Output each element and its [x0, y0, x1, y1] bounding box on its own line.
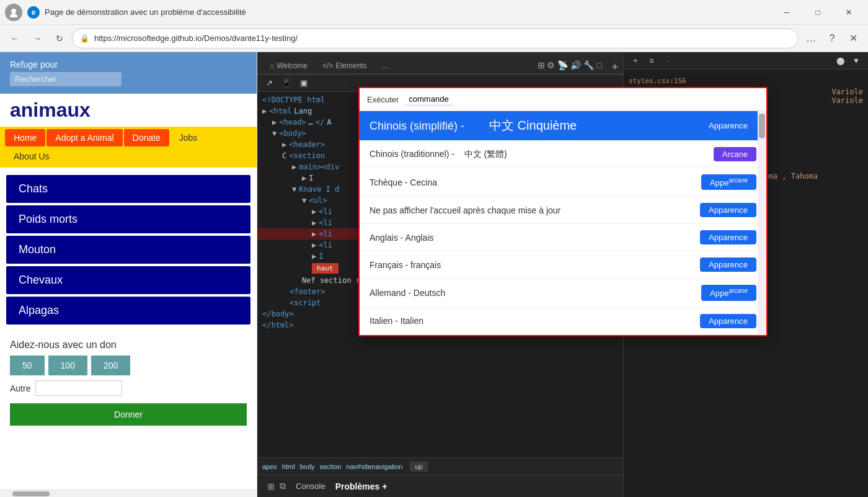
lang-btn-french[interactable]: Apparence [700, 257, 756, 272]
nav-home[interactable]: Home [5, 129, 45, 146]
donation-custom-input[interactable] [35, 380, 122, 396]
sidebar-item-chats[interactable]: Chats [6, 175, 250, 203]
execute-label: Exécuter [367, 95, 399, 104]
screen-icon: ⊞ [267, 481, 275, 491]
url-text: https://microsoftedge.github.io/Demos/dv… [94, 34, 790, 43]
close-button[interactable]: ✕ [835, 2, 863, 22]
console-left-icons: ⊞ ⧉ [267, 481, 286, 491]
help-button[interactable]: ? [822, 29, 842, 48]
maximize-button[interactable]: □ [804, 2, 832, 22]
tab-welcome[interactable]: ⌂ Welcome [262, 58, 315, 74]
sidebar-list: Chats Poids morts Mouton Chevaux Alpagas [0, 168, 257, 332]
lang-btn-english[interactable]: Apparence [700, 230, 756, 244]
copy-icon: ⧉ [280, 481, 286, 491]
nav-about[interactable]: About Us [5, 148, 58, 165]
donation-submit-button[interactable]: Donner [10, 403, 247, 426]
lang-list-scrollbar[interactable] [758, 111, 766, 335]
donation-100[interactable]: 100 [48, 356, 87, 375]
donation-section: Aidez-nous avec un don 50 100 200 Autre … [0, 332, 257, 433]
lang-btn-chinese-simplified[interactable]: Apparence [700, 119, 756, 133]
tab-elements[interactable]: </> Elements [315, 58, 374, 74]
lang-btn-italian[interactable]: Apparence [700, 314, 756, 328]
tab-console[interactable]: Console [296, 479, 326, 493]
forward-button[interactable]: → [27, 29, 47, 48]
breadcrumb-apex[interactable]: apex [262, 463, 277, 470]
close-tab-button[interactable]: ✕ [843, 29, 863, 48]
settings-button[interactable]: … [801, 29, 821, 48]
css-filter-button[interactable]: ≡ [645, 54, 658, 68]
address-bar[interactable]: 🔒 https://microsoftedge.github.io/Demos/… [72, 29, 799, 48]
nav-adopt[interactable]: Adopt a Animal [46, 129, 122, 146]
webpage-h-scrollbar[interactable] [0, 490, 257, 497]
nav-bar: ← → ↻ 🔒 https://microsoftedge.github.io/… [0, 25, 868, 52]
css-expand-button[interactable]: ⬤ [833, 54, 847, 68]
webpage-content: Refuge pour animaux Home Adopt a Animal … [0, 52, 257, 490]
webpage-nav: Home Adopt a Animal Donate Jobs About Us [0, 127, 257, 168]
lang-item-french[interactable]: Français - français Apparence [360, 251, 766, 279]
home-icon: ⌂ [270, 61, 274, 70]
lang-list: Chinois (simplifié) - 中文 Cinquième Appar… [360, 111, 766, 335]
sidebar-item-poids[interactable]: Poids morts [6, 205, 250, 233]
lang-btn-no-welcome[interactable]: Apparence [700, 203, 756, 217]
svg-point-1 [10, 14, 17, 17]
elements-icon: </> [322, 61, 333, 70]
title-bar: e Page de démonstration avec un problème… [0, 0, 868, 25]
user-avatar [5, 4, 22, 21]
browser-icon: e [27, 6, 40, 19]
lang-item-czech[interactable]: Tchèque - Cecina Appearcane [360, 168, 766, 197]
donation-other-row: Autre [10, 380, 247, 396]
tab-problems[interactable]: Problèmes + [335, 481, 388, 491]
css-chevron-button[interactable]: ▼ [849, 54, 863, 68]
devtools-breadcrumb-bar: apex html body section nav#sitenavigatio… [257, 457, 623, 475]
minimize-button[interactable]: ─ [773, 2, 801, 22]
lang-btn-chinese-traditional[interactable]: Arcane [714, 147, 756, 161]
nav-donate[interactable]: Donate [124, 129, 169, 146]
reload-button[interactable]: ↻ [50, 29, 69, 48]
styles-link-1[interactable]: styles.css:156 [629, 77, 686, 85]
language-overlay: Exécuter commande Chinois (simplifié) - … [358, 87, 768, 336]
sidebar-item-chevaux[interactable]: Chevaux [6, 266, 250, 294]
devtools-top-tabs: ⌂ Welcome </> Elements … ⊞ ⚙ 📡 🔊 🔧 □ + [257, 52, 623, 74]
lang-btn-german[interactable]: Appearcane [701, 285, 756, 300]
add-tab-button[interactable]: + [611, 61, 618, 74]
sidebar-item-alpagas[interactable]: Alpagas [6, 297, 250, 325]
css-variole-1: Variole [831, 87, 863, 96]
lang-list-scrollbar-thumb [759, 114, 765, 138]
tab-more[interactable]: … [374, 58, 396, 74]
css-variole-2: Variole [831, 96, 863, 105]
error-badge: haut [312, 263, 339, 274]
css-source-link-1[interactable]: styles.css:156 [629, 74, 863, 87]
browser-title: Page de démonstration avec un problème d… [45, 7, 768, 17]
breadcrumb-html[interactable]: html [282, 463, 295, 470]
breadcrumb-nav[interactable]: nav#sitenavigation [346, 463, 402, 470]
lang-item-italian[interactable]: Italien - Italien Apparence [360, 308, 766, 335]
device-emulation-button[interactable]: 📱 [280, 76, 293, 90]
devtools-up-button[interactable]: up [410, 462, 427, 472]
css-add-rule-button[interactable]: + [629, 54, 642, 68]
h-scrollbar-thumb [12, 491, 50, 496]
lang-item-no-welcome[interactable]: Ne pas afficher l'accueil après chaque m… [360, 197, 766, 224]
sidebar-item-mouton[interactable]: Mouton [6, 236, 250, 264]
webpage-panel: Refuge pour animaux Home Adopt a Animal … [0, 52, 257, 497]
toggle-panel-button[interactable]: ▣ [297, 76, 311, 90]
css-toggle-button[interactable]: · [661, 54, 675, 68]
lang-item-german[interactable]: Allemand - Deutsch Appearcane [360, 279, 766, 307]
inspect-element-button[interactable]: ↗ [262, 76, 276, 90]
command-input[interactable]: commande [404, 93, 453, 105]
donation-title: Aidez-nous avec un don [10, 339, 247, 351]
lang-item-chinese-traditional[interactable]: Chinois (traditionnel) - 中文 (繁體) Arcane [360, 141, 766, 168]
lock-icon: 🔒 [80, 34, 89, 43]
nav-jobs[interactable]: Jobs [170, 129, 206, 146]
back-button[interactable]: ← [5, 29, 25, 48]
tab-extra-icons: ⊞ ⚙ 📡 🔊 🔧 □ [530, 56, 609, 74]
lang-btn-czech[interactable]: Appearcane [701, 174, 756, 190]
search-input[interactable] [10, 72, 122, 86]
nav-actions: … ? ✕ [801, 29, 863, 48]
breadcrumb-section[interactable]: section [320, 463, 342, 470]
donation-200[interactable]: 200 [91, 356, 130, 375]
lang-item-chinese-simplified[interactable]: Chinois (simplifié) - 中文 Cinquième Appar… [360, 111, 766, 141]
lang-overlay-header: Exécuter commande [360, 88, 766, 111]
donation-50[interactable]: 50 [10, 356, 45, 375]
breadcrumb-body[interactable]: body [300, 463, 315, 470]
lang-item-english[interactable]: Anglais - Anglais Apparence [360, 224, 766, 251]
